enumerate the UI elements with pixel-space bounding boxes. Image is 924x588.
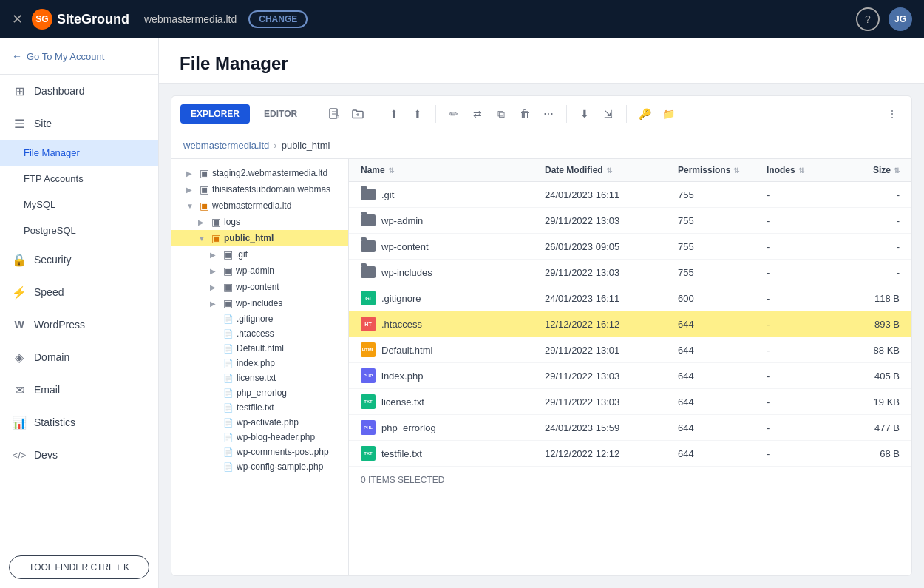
sidebar-subitem-label: File Manager [24, 147, 80, 158]
help-button[interactable]: ? [856, 7, 880, 31]
breadcrumb-separator: › [274, 140, 276, 151]
sidebar-item-security[interactable]: 🔒 Security [0, 243, 158, 276]
sidebar-subitem-label: PostgreSQL [24, 225, 76, 236]
file-list-row[interactable]: TXT license.txt 29/11/2022 13:03 644 - 1… [349, 389, 911, 415]
file-date: 29/11/2022 13:01 [545, 345, 678, 356]
open-folder-button[interactable]: 📁 [658, 104, 679, 124]
editor-tab[interactable]: EDITOR [253, 104, 308, 124]
header-inodes[interactable]: Inodes ⇅ [767, 165, 840, 175]
folder-icon: ▣ [200, 183, 209, 195]
header-perms[interactable]: Permissions ⇅ [678, 165, 767, 175]
tree-item[interactable]: 📄 license.txt [171, 371, 348, 385]
sidebar-item-statistics[interactable]: 📊 Statistics [0, 406, 158, 439]
file-list-row[interactable]: TXT testfile.txt 12/12/2022 12:12 644 - … [349, 441, 911, 467]
tree-item[interactable]: 📄 wp-config-sample.php [171, 459, 348, 474]
file-type-icon: HT [361, 317, 376, 331]
tree-item[interactable]: 📄 wp-blog-header.php [171, 430, 348, 445]
sidebar-item-mysql[interactable]: MySQL [0, 192, 158, 217]
breadcrumb-current-folder: public_html [282, 140, 330, 151]
tree-item-selected[interactable]: ▼ ▣ public_html [171, 230, 348, 246]
explorer-tab[interactable]: EXPLORER [180, 104, 250, 124]
overflow-menu-button[interactable]: ⋮ [882, 104, 903, 124]
tool-finder-button[interactable]: TOOL FINDER CTRL + K [9, 555, 149, 579]
permissions-button[interactable]: 🔑 [634, 104, 655, 124]
dashboard-icon: ⊞ [12, 84, 27, 98]
file-list-row[interactable]: GI .gitignore 24/01/2023 16:11 600 - 118… [349, 285, 911, 311]
sidebar-item-domain[interactable]: ◈ Domain [0, 341, 158, 374]
file-list-row[interactable]: PHP index.php 29/11/2022 13:03 644 - 405… [349, 363, 911, 389]
folder-icon: ▣ [223, 265, 233, 277]
breadcrumb-domain[interactable]: webmastermedia.ltd [183, 140, 269, 151]
file-list-row[interactable]: .git 24/01/2023 16:11 755 - - [349, 182, 911, 208]
tree-item[interactable]: ▼ ▣ webmastermedia.ltd [171, 197, 348, 214]
file-date: 29/11/2022 13:03 [545, 396, 678, 408]
file-list-row[interactable]: PHL php_errorlog 24/01/2023 15:59 644 - … [349, 415, 911, 441]
sidebar-item-ftp[interactable]: FTP Accounts [0, 166, 158, 192]
file-name: PHL php_errorlog [361, 420, 545, 435]
sidebar-item-email[interactable]: ✉ Email [0, 374, 158, 406]
tree-item[interactable]: 📄 index.php [171, 356, 348, 371]
back-to-account[interactable]: ← Go To My Account [0, 38, 158, 75]
folder-icon: ▣ [223, 297, 233, 309]
file-list-row[interactable]: wp-content 26/01/2023 09:05 755 - - [349, 234, 911, 260]
chevron-right-icon: ▶ [186, 186, 197, 194]
header-name[interactable]: Name ⇅ [361, 165, 545, 175]
tree-item[interactable]: 📄 .htaccess [171, 326, 348, 341]
delete-button[interactable]: 🗑 [514, 104, 535, 124]
close-icon[interactable]: ✕ [12, 11, 23, 27]
edit-button[interactable]: ✏ [444, 104, 464, 124]
tree-item[interactable]: ▶ ▣ .git [171, 246, 348, 263]
file-inodes: - [767, 189, 840, 200]
tree-item[interactable]: 📄 testfile.txt [171, 400, 348, 415]
devs-icon: </> [12, 447, 27, 462]
move-button[interactable]: ⇄ [467, 104, 488, 124]
tree-item[interactable]: ▶ ▣ staging2.webmastermedia.ltd [171, 165, 348, 181]
header-date[interactable]: Date Modified ⇅ [545, 165, 678, 175]
file-manager-toolbar: EXPLORER EDITOR ⬆ ⬆ ✏ ⇄ ⧉ 🗑 ⋯ ⬇ [171, 96, 911, 132]
tree-item[interactable]: 📄 wp-activate.php [171, 415, 348, 430]
tree-item[interactable]: ▶ ▣ wp-includes [171, 295, 348, 311]
header-size[interactable]: Size ⇅ [840, 165, 900, 175]
toolbar-divider-3 [435, 105, 436, 123]
sidebar-item-postgresql[interactable]: PostgreSQL [0, 217, 158, 243]
tree-item[interactable]: 📄 php_errorlog [171, 385, 348, 400]
upload-button[interactable]: ⬆ [384, 104, 404, 124]
copy-button[interactable]: ⧉ [491, 104, 512, 124]
sidebar-item-dashboard[interactable]: ⊞ Dashboard [0, 75, 158, 107]
file-name: TXT testfile.txt [361, 446, 545, 461]
sidebar-item-site[interactable]: ☰ Site [0, 107, 158, 140]
file-list-row-selected[interactable]: HT .htaccess 12/12/2022 16:12 644 - 893 … [349, 311, 911, 337]
sidebar-item-wordpress[interactable]: W WordPress [0, 308, 158, 341]
new-folder-button[interactable] [347, 104, 368, 124]
folder-icon [361, 187, 376, 202]
tree-item[interactable]: ▶ ▣ logs [171, 214, 348, 230]
tree-item[interactable]: ▶ ▣ thisisatestsubdomain.webmas [171, 181, 348, 197]
file-list-row[interactable]: wp-includes 29/11/2022 13:03 755 - - [349, 260, 911, 285]
file-perms: 755 [678, 241, 767, 252]
sidebar-item-file-manager[interactable]: File Manager [0, 140, 158, 166]
sidebar-item-speed[interactable]: ⚡ Speed [0, 276, 158, 308]
email-icon: ✉ [12, 382, 27, 397]
tree-item[interactable]: 📄 Default.html [171, 341, 348, 356]
tree-item[interactable]: ▶ ▣ wp-content [171, 279, 348, 295]
file-type-icon: GI [361, 291, 376, 305]
toolbar-divider-5 [626, 105, 627, 123]
tree-item[interactable]: 📄 wp-comments-post.php [171, 445, 348, 459]
tree-item[interactable]: ▶ ▣ wp-admin [171, 263, 348, 279]
sidebar-item-devs[interactable]: </> Devs [0, 439, 158, 471]
file-list-row[interactable]: HTML Default.html 29/11/2022 13:01 644 -… [349, 337, 911, 363]
main-content: File Manager EXPLORER EDITOR ⬆ ⬆ ✏ ⇄ [159, 38, 924, 588]
extract-button[interactable]: ⇲ [598, 104, 619, 124]
new-file-button[interactable] [324, 104, 344, 124]
avatar[interactable]: JG [889, 7, 912, 31]
change-button[interactable]: CHANGE [248, 10, 308, 28]
file-list-row[interactable]: wp-admin 29/11/2022 13:03 755 - - [349, 208, 911, 234]
download-as-zip-button[interactable]: ⬆ [407, 104, 428, 124]
speed-icon: ⚡ [12, 285, 27, 300]
more-actions-button[interactable]: ⋯ [538, 104, 559, 124]
file-date: 24/01/2023 16:11 [545, 189, 678, 200]
tree-item[interactable]: 📄 .gitignore [171, 311, 348, 326]
main-layout: ← Go To My Account ⊞ Dashboard ☰ Site Fi… [0, 38, 924, 588]
folder-icon: ▣ [223, 249, 233, 260]
download-button[interactable]: ⬇ [574, 104, 595, 124]
